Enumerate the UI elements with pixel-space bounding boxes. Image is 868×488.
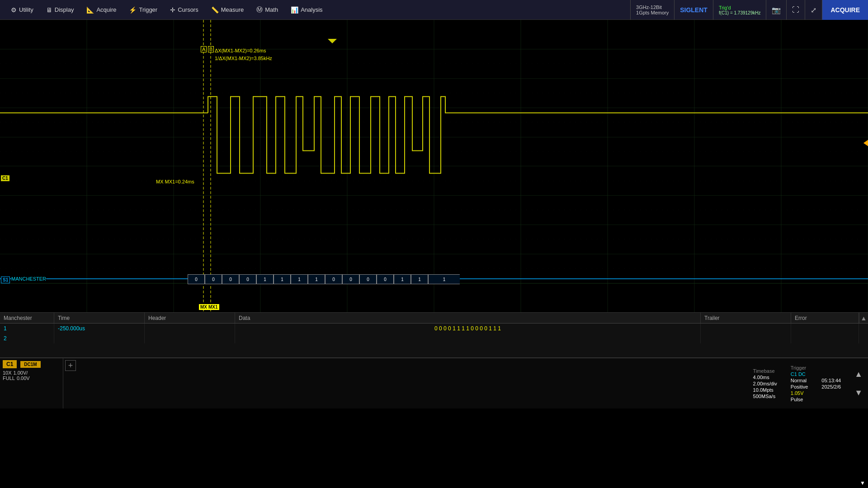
cell-error-2 (791, 333, 859, 343)
scroll-up-arrow[interactable]: ▲ (854, 370, 863, 379)
menu-utility[interactable]: ⚙ Utility (5, 4, 40, 16)
trigger-icon: ⚡ (129, 6, 137, 14)
ch1-coupling-badge: DC1M (20, 361, 40, 368)
s1-label: S1 (1, 277, 10, 283)
col-trailer: Trailer (701, 313, 791, 323)
cell-data-1: 0 0 0 0 1 1 1 1 0 0 0 0 1 1 1 (235, 324, 701, 333)
decode-bit-11: 0 (377, 274, 394, 284)
menu-acquire[interactable]: 📐 Acquire (80, 4, 123, 16)
ch1-full-label: FULL (3, 375, 15, 381)
data-table: Manchester Time Header Data Trailer Erro… (0, 313, 868, 358)
ch1-info-block: C1 DC1M 10X 1.00V/ FULL 0.00V (0, 358, 63, 408)
s1-protocol-label: MANCHESTER (11, 276, 46, 282)
decode-bit-7: 1 (308, 274, 325, 284)
decode-overlay: 0 0 0 0 1 1 1 1 0 0 0 0 1 1 1 (188, 274, 460, 284)
brand-label: SIGLENT (674, 0, 713, 20)
trigger-level: 1.05V (791, 390, 808, 396)
ch1-probe-row: 10X 1.00V/ (3, 370, 60, 375)
cell-error-1 (791, 324, 859, 333)
col-manchester: Manchester (0, 313, 54, 323)
trigger-slope: Positive (791, 384, 808, 389)
cell-time-2 (54, 333, 145, 343)
timebase-mpts: 10.0Mpts (753, 387, 777, 393)
scroll-down-arrow[interactable]: ▼ (854, 388, 863, 398)
timebase-div: 2.00ms/div (753, 381, 777, 386)
col-time: Time (54, 313, 145, 323)
trigger-type: Pulse (791, 397, 808, 402)
decode-bit-4: 1 (256, 274, 274, 284)
timebase-total: 4.00ms (753, 375, 777, 380)
menu-cursors[interactable]: ✛ Cursors (164, 4, 205, 16)
ch1-probe-label: 10X (3, 370, 12, 375)
cell-trailer-1 (701, 324, 791, 333)
cursors-icon: ✛ (170, 6, 175, 14)
ch1-badge[interactable]: C1 (3, 360, 17, 368)
mx-bottom-label2: MX1 (207, 304, 219, 310)
col-header: Header (145, 313, 235, 323)
date-display: 2025/2/6 (821, 384, 841, 389)
timebase-sample: 500MSa/s (753, 394, 777, 399)
add-channel-button[interactable]: + (65, 360, 76, 371)
table-row-2: 2 (0, 333, 868, 343)
decode-bit-2: 0 (222, 274, 239, 284)
math-icon: Ⓜ (256, 6, 263, 14)
decode-bit-1: 0 (205, 274, 222, 284)
cell-trailer-2 (701, 333, 791, 343)
oscilloscope-display: C1 S1 MANCHESTER A B ΔX(MX1-MX2)=0.26ms … (0, 20, 868, 313)
fullscreen-icon[interactable]: ⛶ (786, 0, 805, 20)
cell-header-1 (145, 324, 235, 333)
bottom-status-bar: C1 DC1M 10X 1.00V/ FULL 0.00V + Timebase… (0, 358, 868, 408)
menu-analysis[interactable]: 📊 Analysis (284, 4, 329, 16)
datetime-section: 05:13:44 2025/2/6 (821, 378, 841, 389)
menu-math[interactable]: Ⓜ Math (250, 3, 284, 17)
decode-bit-10: 0 (359, 274, 377, 284)
cursor-info: ΔX(MX1-MX2)=0.26ms 1/ΔX(MX1-MX2)=3.85kHz (215, 47, 272, 62)
scroll-up-icon[interactable]: ▲ (861, 314, 867, 322)
trig-status: Trig'd f(C1) = 1.739129kHz (713, 0, 766, 20)
menu-trigger[interactable]: ⚡ Trigger (123, 4, 164, 16)
trigger-label: Trigger (791, 365, 808, 371)
ch1-offset-label: 0.00V (17, 375, 30, 381)
waveform-svg (0, 20, 868, 312)
mx1-value-label: MX MX1=0.24ms (156, 179, 194, 184)
cursor-a-label: A (201, 46, 207, 52)
decode-bit-13: 1 (411, 274, 428, 284)
cursor-b-label: B (208, 46, 214, 52)
timebase-section: Timebase 4.00ms 2.00ms/div 10.0Mpts 500M… (753, 368, 777, 399)
expand-icon[interactable]: ⤢ (805, 0, 822, 20)
cell-data-2 (235, 333, 701, 343)
top-menu-bar: ⚙ Utility 🖥 Display 📐 Acquire ⚡ Trigger … (0, 0, 868, 20)
menu-display[interactable]: 🖥 Display (40, 4, 80, 16)
decode-bit-8: 0 (325, 274, 342, 284)
trigger-mode: Normal (791, 378, 808, 383)
ch1-offset-row: FULL 0.00V (3, 375, 60, 381)
top-right-info: 3GHz-12Bit 1Gpts Memory SIGLENT Trig'd f… (630, 0, 868, 20)
cell-header-2 (145, 333, 235, 343)
decode-bit-9: 0 (342, 274, 359, 284)
col-error: Error (791, 313, 859, 323)
decode-bit-14: 1 (428, 274, 460, 284)
utility-icon: ⚙ (11, 6, 17, 14)
col-data: Data (235, 313, 701, 323)
decode-bit-12: 1 (394, 274, 411, 284)
scroll-controls: ▲ ▼ (854, 370, 863, 398)
measure-icon: 📏 (211, 6, 219, 14)
bottom-right-info: Timebase 4.00ms 2.00ms/div 10.0Mpts 500M… (748, 358, 868, 408)
cell-manchester-2: 2 (0, 333, 54, 343)
table-row-1: 1 -250.000us 0 0 0 0 1 1 1 1 0 0 0 0 1 1… (0, 324, 868, 333)
decode-bit-3: 0 (239, 274, 256, 284)
analysis-icon: 📊 (291, 6, 298, 14)
menu-measure[interactable]: 📏 Measure (205, 4, 250, 16)
decode-bit-6: 1 (291, 274, 308, 284)
cell-manchester-1: 1 (0, 324, 54, 333)
table-header-row: Manchester Time Header Data Trailer Erro… (0, 313, 868, 324)
trigger-section: Trigger C1 DC Normal Positive 1.05V Puls… (791, 365, 808, 402)
acquire-button[interactable]: ACQUIRE (822, 0, 868, 20)
table-scroll-down[interactable]: ▼ (860, 480, 865, 486)
ch1-label: C1 (1, 175, 9, 181)
screenshot-icon[interactable]: 📷 (766, 0, 786, 20)
decode-bit-5: 1 (274, 274, 291, 284)
display-icon: 🖥 (46, 6, 52, 14)
time-display: 05:13:44 (821, 378, 841, 383)
ch1-voltage-label: 1.00V/ (14, 370, 28, 375)
